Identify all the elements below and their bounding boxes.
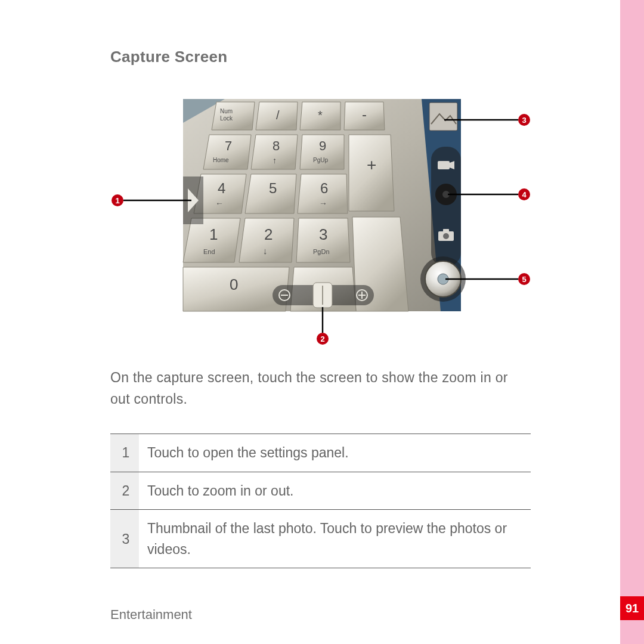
svg-text:7: 7 xyxy=(225,138,232,153)
svg-text:1: 1 xyxy=(209,225,218,243)
svg-text:0: 0 xyxy=(230,275,238,293)
svg-text:↓: ↓ xyxy=(263,246,268,256)
svg-text:3: 3 xyxy=(319,225,327,243)
callout-4: 4 xyxy=(522,190,527,199)
svg-rect-5 xyxy=(438,161,450,169)
table-row: 2 Touch to zoom in or out. xyxy=(110,472,531,510)
svg-text:Lock: Lock xyxy=(220,115,233,122)
legend-text: Thumbnail of the last photo. Touch to pr… xyxy=(139,510,531,568)
callout-3: 3 xyxy=(522,116,527,125)
page-number: 91 xyxy=(620,596,644,620)
callout-5: 5 xyxy=(522,275,527,284)
legend-text: Touch to zoom in or out. xyxy=(139,472,531,510)
svg-text:↑: ↑ xyxy=(273,156,277,165)
svg-text:+: + xyxy=(367,156,376,174)
legend-num: 3 xyxy=(110,510,139,568)
svg-text:←: ← xyxy=(215,199,224,208)
svg-point-11 xyxy=(443,233,449,239)
callout-1: 1 xyxy=(116,196,120,205)
svg-marker-15 xyxy=(212,102,255,130)
thumbnail-icon xyxy=(429,103,457,131)
legend-text: Touch to open the settings panel. xyxy=(139,434,531,472)
svg-text:2: 2 xyxy=(264,225,273,243)
legend-table: 1 Touch to open the settings panel. 2 To… xyxy=(110,434,531,568)
side-stripe xyxy=(620,0,644,644)
svg-rect-4 xyxy=(429,103,457,131)
section-title: Capture Screen xyxy=(110,48,531,66)
svg-text:6: 6 xyxy=(320,180,328,196)
svg-text:8: 8 xyxy=(273,138,280,153)
svg-text:Home: Home xyxy=(213,157,229,163)
table-row: 3 Thumbnail of the last photo. Touch to … xyxy=(110,510,531,568)
svg-text:/: / xyxy=(276,109,280,122)
svg-text:5: 5 xyxy=(269,180,277,196)
legend-num: 1 xyxy=(110,434,139,472)
svg-text:PgDn: PgDn xyxy=(313,248,330,255)
footer-section: Entertainment xyxy=(110,607,192,623)
table-row: 1 Touch to open the settings panel. xyxy=(110,434,531,472)
figure: Num Lock / * - 7 Home 8 ↑ xyxy=(110,99,531,361)
svg-text:9: 9 xyxy=(319,138,326,153)
svg-rect-10 xyxy=(443,229,449,233)
zoom-control xyxy=(273,283,374,308)
legend-num: 2 xyxy=(110,472,139,510)
svg-text:-: - xyxy=(362,106,367,122)
callout-2: 2 xyxy=(321,335,325,343)
video-icon xyxy=(438,161,454,169)
page-content: Capture Screen xyxy=(0,0,620,644)
svg-text:PgUp: PgUp xyxy=(313,157,328,163)
svg-text:Num: Num xyxy=(220,108,233,114)
svg-text:4: 4 xyxy=(218,180,225,196)
figure-caption: On the capture screen, touch the screen … xyxy=(110,367,531,410)
svg-text:*: * xyxy=(318,109,323,122)
svg-text:End: End xyxy=(203,248,215,255)
svg-text:→: → xyxy=(319,199,327,208)
